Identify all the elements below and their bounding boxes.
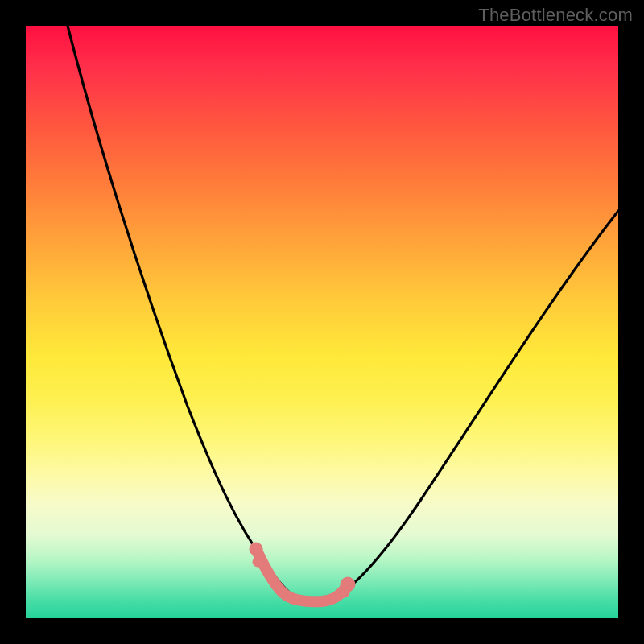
highlight-segment [250,543,355,601]
chart-svg [26,26,618,618]
svg-point-0 [250,543,262,555]
watermark-text: TheBottleneck.com [478,5,633,26]
svg-point-1 [253,557,262,567]
bottleneck-curve [68,26,618,599]
chart-plot-area [26,26,618,618]
svg-point-3 [340,588,349,597]
chart-frame: TheBottleneck.com [0,0,644,644]
